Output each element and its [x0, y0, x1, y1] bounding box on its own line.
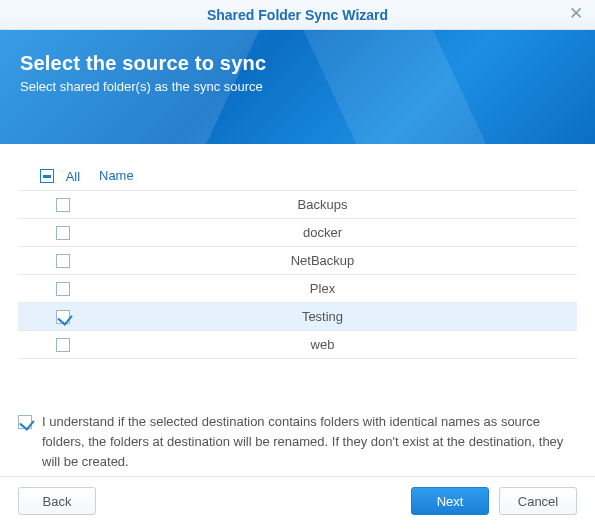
table-row[interactable]: Testing — [18, 302, 577, 330]
select-all-checkbox[interactable] — [40, 169, 54, 183]
row-name: Backups — [98, 190, 547, 218]
column-header-all-label: All — [66, 169, 80, 184]
close-icon[interactable]: ✕ — [567, 5, 585, 23]
table-row[interactable]: web — [18, 330, 577, 358]
row-name: Plex — [98, 274, 547, 302]
row-name: Testing — [98, 302, 547, 330]
page-title: Select the source to sync — [20, 52, 575, 75]
page-subtitle: Select shared folder(s) as the sync sour… — [20, 79, 575, 94]
next-button[interactable]: Next — [411, 487, 489, 515]
acknowledge-checkbox[interactable] — [18, 415, 32, 429]
acknowledge-text: I understand if the selected destination… — [42, 412, 577, 472]
window-title: Shared Folder Sync Wizard — [207, 7, 388, 23]
table-row[interactable]: Plex — [18, 274, 577, 302]
table-row[interactable]: NetBackup — [18, 246, 577, 274]
wizard-window: Shared Folder Sync Wizard ✕ Select the s… — [0, 0, 595, 529]
row-checkbox[interactable] — [56, 226, 70, 240]
row-name: NetBackup — [98, 246, 547, 274]
row-checkbox[interactable] — [56, 338, 70, 352]
banner: Select the source to sync Select shared … — [0, 30, 595, 144]
table-row[interactable]: Backups — [18, 190, 577, 218]
row-checkbox[interactable] — [56, 282, 70, 296]
titlebar: Shared Folder Sync Wizard ✕ — [0, 0, 595, 30]
row-name: web — [98, 330, 547, 358]
row-checkbox[interactable] — [56, 310, 70, 324]
cancel-button[interactable]: Cancel — [499, 487, 577, 515]
column-header-all[interactable]: All — [18, 162, 98, 190]
table-row[interactable]: docker — [18, 218, 577, 246]
column-header-name[interactable]: Name — [98, 162, 547, 190]
acknowledgement-row: I understand if the selected destination… — [0, 394, 595, 476]
row-checkbox[interactable] — [56, 198, 70, 212]
back-button[interactable]: Back — [18, 487, 96, 515]
row-name: docker — [98, 218, 547, 246]
row-checkbox[interactable] — [56, 254, 70, 268]
folder-table: All Name BackupsdockerNetBackupPlexTesti… — [18, 162, 577, 359]
content-area: All Name BackupsdockerNetBackupPlexTesti… — [0, 144, 595, 394]
footer: Back Next Cancel — [0, 476, 595, 529]
